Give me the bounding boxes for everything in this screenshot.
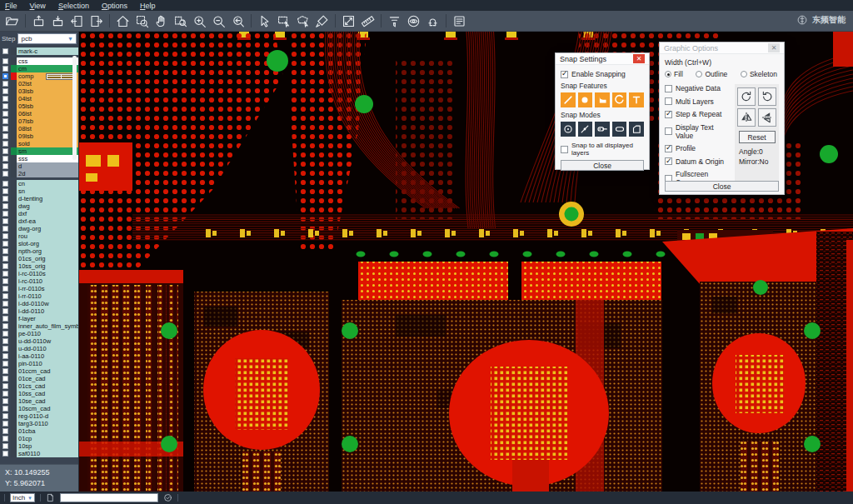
unit-select[interactable]: Inch ▼	[10, 493, 35, 502]
layer-row-css[interactable]: css	[0, 57, 78, 65]
layer-visibility-checkbox[interactable]	[0, 125, 11, 132]
step-select[interactable]: pcb ▼	[17, 33, 77, 44]
line-snap-icon[interactable]	[561, 92, 576, 107]
graphic-dialog-titlebar[interactable]: Graphic Options ✕	[660, 42, 784, 54]
layer-visibility-checkbox[interactable]	[0, 80, 11, 87]
layer-visibility-checkbox[interactable]	[0, 110, 11, 117]
layer-visibility-checkbox[interactable]	[0, 450, 11, 457]
layer-row-slot-org[interactable]: slot-org	[0, 240, 78, 247]
layer-row-u-dd-0110[interactable]: u-dd-0110	[0, 345, 78, 352]
layer-visibility-checkbox[interactable]	[0, 202, 11, 210]
layer-row-10scm_cad[interactable]: 10scm_cad	[0, 405, 78, 412]
layer-visibility-checkbox[interactable]	[0, 87, 11, 95]
layer-row-10sp[interactable]: 10sp	[0, 442, 78, 450]
layer-row-10ss_cad[interactable]: 10ss_cad	[0, 390, 78, 397]
layer-visibility-checkbox[interactable]	[0, 170, 11, 177]
layer-visibility-checkbox[interactable]	[0, 47, 11, 55]
layer-visibility-checkbox[interactable]	[0, 307, 11, 315]
open-project-icon[interactable]	[2, 12, 22, 30]
layer-visibility-checkbox[interactable]	[0, 72, 11, 80]
flip-vertical-icon[interactable]	[758, 108, 776, 127]
layer-visibility-checkbox[interactable]	[0, 147, 11, 155]
zoom-out-icon[interactable]	[209, 12, 228, 30]
layer-row-i-rr-0110s[interactable]: i-rr-0110s	[0, 285, 78, 292]
layer-row-05lsb[interactable]: 05lsb	[0, 102, 78, 110]
snap-magnet-icon[interactable]	[423, 12, 442, 30]
layer-row-01ce_cad[interactable]: 01ce_cad	[0, 375, 78, 382]
save-page-icon[interactable]	[87, 12, 106, 30]
layer-row-i-rc-0110s[interactable]: i-rc-0110s	[0, 270, 78, 277]
menu-file[interactable]: File	[5, 2, 17, 10]
layer-visibility-checkbox[interactable]	[0, 95, 11, 102]
arc-snap-icon[interactable]	[612, 92, 627, 107]
ruler-icon[interactable]	[358, 12, 377, 30]
menu-selection[interactable]: Selection	[58, 2, 89, 10]
layer-row-sold[interactable]: sold	[0, 140, 78, 147]
load-page-icon[interactable]	[67, 12, 87, 30]
layer-row-01ccm_cad[interactable]: 01ccm_cad	[0, 367, 78, 375]
layer-row-sm[interactable]: sm	[0, 147, 78, 155]
layer-visibility-checkbox[interactable]	[0, 420, 11, 427]
layer-visibility-checkbox[interactable]	[0, 255, 11, 262]
checkbox-datum-origin[interactable]: Datum & Origin	[665, 157, 731, 166]
zoom-window-icon[interactable]	[132, 12, 152, 30]
layer-row-sn[interactable]: sn	[0, 187, 78, 195]
layer-visibility-checkbox[interactable]	[0, 57, 11, 65]
layer-visibility-checkbox[interactable]	[0, 65, 11, 72]
layer-row-rou[interactable]: rou	[0, 232, 78, 240]
layer-visibility-checkbox[interactable]	[0, 217, 11, 225]
checkbox-display-text-value[interactable]: Display Text Value	[665, 123, 731, 140]
layer-row-06lst[interactable]: 06lst	[0, 110, 78, 117]
layer-visibility-checkbox[interactable]	[0, 270, 11, 277]
layer-visibility-checkbox[interactable]	[0, 412, 11, 420]
layer-visibility-checkbox[interactable]	[0, 225, 11, 232]
layer-visibility-checkbox[interactable]	[0, 155, 11, 162]
zoom-polygon-icon[interactable]	[171, 12, 190, 30]
checkbox-multi-layers[interactable]: Multi Layers	[665, 97, 731, 106]
layer-visibility-checkbox[interactable]	[0, 210, 11, 217]
layer-visibility-checkbox[interactable]	[0, 435, 11, 442]
layer-row-i-dd-0110[interactable]: i-dd-0110	[0, 307, 78, 315]
layer-row-npth-org[interactable]: npth-org	[0, 247, 78, 255]
layer-visibility-checkbox[interactable]	[0, 285, 11, 292]
radio-fill[interactable]: Fill	[665, 70, 683, 78]
layer-row-09lsb[interactable]: 09lsb	[0, 132, 78, 140]
filter-icon[interactable]	[385, 12, 404, 30]
layer-row-cn[interactable]: cn	[0, 180, 78, 187]
tangent-snap-icon[interactable]	[578, 122, 593, 137]
layer-visibility-checkbox[interactable]	[0, 117, 11, 125]
apply-check-icon[interactable]	[163, 493, 172, 502]
layer-visibility-checkbox[interactable]	[0, 162, 11, 170]
home-view-icon[interactable]	[113, 12, 132, 30]
highlight-brush-icon[interactable]	[312, 12, 332, 30]
graphic-close-button[interactable]: Close	[665, 181, 779, 192]
text-snap-icon[interactable]	[629, 92, 644, 107]
layer-visibility-checkbox[interactable]	[0, 247, 11, 255]
layer-row-sss[interactable]: sss	[0, 155, 78, 162]
layer-visibility-checkbox[interactable]	[0, 102, 11, 110]
menu-options[interactable]: Options	[102, 2, 127, 10]
radio-skeleton[interactable]: Skeleton	[741, 70, 777, 78]
layer-row-d-tenting[interactable]: d-tenting	[0, 195, 78, 202]
layer-row-04lst[interactable]: 04lst	[0, 95, 78, 102]
view-options-icon[interactable]	[404, 12, 423, 30]
layer-visibility-checkbox[interactable]	[0, 405, 11, 412]
layer-row-10se_cad[interactable]: 10se_cad	[0, 397, 78, 405]
pad-snap-icon[interactable]	[578, 92, 593, 107]
select-pointer-icon[interactable]	[255, 12, 274, 30]
layer-visibility-checkbox[interactable]	[0, 397, 11, 405]
checkbox-negative-data[interactable]: Negative Data	[665, 84, 731, 92]
layer-row-saf0110[interactable]: saf0110	[0, 450, 78, 457]
slot-center-snap-icon[interactable]	[595, 122, 610, 137]
layer-row-u-dd-0110w[interactable]: u-dd-0110w	[0, 337, 78, 345]
new-page-icon[interactable]	[46, 493, 55, 502]
layer-row-07lsb[interactable]: 07lsb	[0, 117, 78, 125]
menu-view[interactable]: View	[30, 2, 46, 10]
layer-row-reg-0110-d[interactable]: reg-0110-d	[0, 412, 78, 420]
layer-row-pin-0110[interactable]: pin-0110	[0, 360, 78, 367]
layer-visibility-checkbox[interactable]	[0, 180, 11, 187]
layer-row-i-rc-0110[interactable]: i-rc-0110	[0, 277, 78, 285]
layer-visibility-checkbox[interactable]	[0, 330, 11, 337]
layer-visibility-checkbox[interactable]	[0, 262, 11, 270]
layer-visibility-checkbox[interactable]	[0, 140, 11, 147]
